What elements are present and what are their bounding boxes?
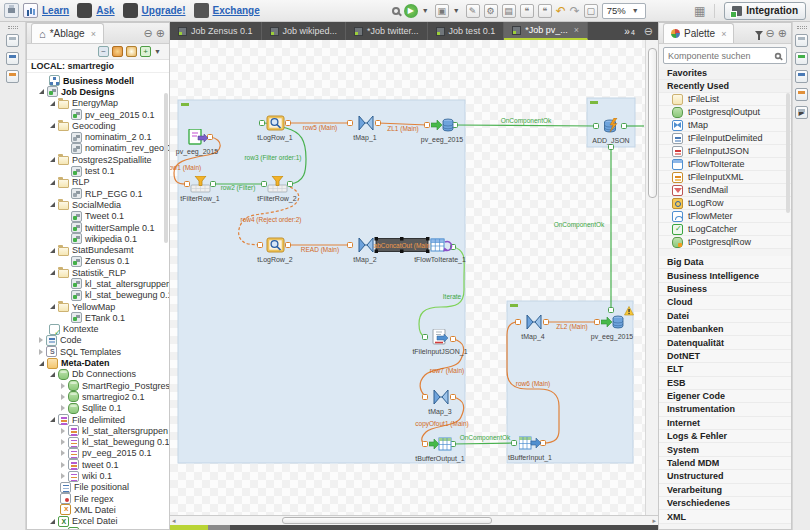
expander-icon[interactable] bbox=[50, 157, 55, 162]
run-caret-icon[interactable]: ▼ bbox=[422, 7, 429, 14]
editor-tab[interactable]: *Job twitter... bbox=[346, 22, 428, 40]
tree-item[interactable]: RLP bbox=[27, 177, 169, 188]
tree-item[interactable]: Business Modell bbox=[27, 75, 169, 86]
snippets-icon[interactable] bbox=[6, 70, 19, 83]
collapse-all-icon[interactable]: − bbox=[98, 46, 109, 57]
maximize-icon[interactable]: ⊕ bbox=[156, 27, 165, 40]
tab-repository[interactable]: ⌂ *Ablage × bbox=[31, 23, 104, 43]
tree-item[interactable]: nominatim_2 0.1 bbox=[27, 131, 169, 142]
editor-tab[interactable]: Job wikiped... bbox=[262, 22, 347, 40]
palette-category[interactable]: Verschiedenes bbox=[659, 497, 791, 510]
canvas-vertical-scrollbar[interactable] bbox=[645, 40, 658, 515]
add-icon[interactable]: + bbox=[140, 46, 151, 57]
tree-item[interactable]: twitterSample 0.1 bbox=[27, 222, 169, 233]
expander-icon[interactable] bbox=[39, 337, 43, 343]
zoom-select[interactable]: 75% ▼ bbox=[602, 3, 646, 19]
bottom-tab-accent[interactable] bbox=[170, 525, 208, 530]
maximize-icon[interactable]: ⊕ bbox=[778, 27, 787, 40]
palette-category[interactable]: Datenqualität bbox=[659, 336, 791, 349]
tree-item[interactable]: pv_eeg_2015 0.1 bbox=[27, 109, 169, 120]
tree-item[interactable]: kl_stat_altersgruppen 0 bbox=[27, 278, 169, 289]
tree-item[interactable]: smartregio2 0.1 bbox=[27, 391, 169, 402]
palette-category[interactable]: Business Intelligence bbox=[659, 269, 791, 282]
tree-item[interactable]: YellowMap bbox=[27, 301, 169, 312]
restore-view-icon[interactable] bbox=[6, 34, 19, 47]
tree-item[interactable]: XML Datei bbox=[27, 504, 169, 515]
sash-handle[interactable] bbox=[797, 26, 807, 29]
tree-item[interactable]: Geocoding bbox=[27, 120, 169, 131]
tree-item[interactable]: File positional bbox=[27, 482, 169, 493]
expander-icon[interactable] bbox=[50, 304, 55, 309]
expander-icon[interactable] bbox=[50, 372, 55, 377]
close-icon[interactable]: × bbox=[721, 29, 726, 39]
undo-icon[interactable]: ↶ bbox=[556, 4, 566, 18]
close-icon[interactable]: × bbox=[91, 29, 96, 39]
view-menu-icon[interactable]: ▼ bbox=[154, 48, 161, 55]
expander-icon[interactable] bbox=[61, 462, 65, 468]
contexts-view-icon[interactable] bbox=[795, 70, 808, 83]
sash-handle[interactable] bbox=[8, 26, 18, 29]
search-icon[interactable] bbox=[392, 7, 400, 15]
expander-icon[interactable] bbox=[50, 202, 55, 207]
palette-component[interactable]: tFlowMeter bbox=[659, 210, 791, 223]
palette-category[interactable]: System bbox=[659, 443, 791, 456]
component-icon[interactable]: ▣ bbox=[435, 4, 449, 18]
tree-item[interactable]: test 0.1 bbox=[27, 165, 169, 176]
palette-component[interactable]: tFileInputJSON bbox=[659, 145, 791, 158]
palette-category[interactable]: Unstructured bbox=[659, 470, 791, 483]
expander-icon[interactable] bbox=[50, 101, 55, 106]
editor-tab[interactable]: *Job pv_...× bbox=[504, 22, 588, 40]
palette-category[interactable]: Talend MDM bbox=[659, 457, 791, 470]
refresh-icon[interactable] bbox=[126, 46, 137, 57]
palette-section-favorites[interactable]: Favorites bbox=[659, 67, 791, 80]
palette-component[interactable]: tFileInputXML bbox=[659, 171, 791, 184]
palette-section-recently-used[interactable]: Recently Used bbox=[659, 80, 791, 93]
window-icon[interactable]: ▢ bbox=[584, 4, 598, 18]
open-perspective-icon[interactable]: ▦ bbox=[694, 4, 705, 18]
scroll-left-icon[interactable]: ◂ bbox=[172, 517, 176, 525]
tree-item[interactable]: RLP_EGG 0.1 bbox=[27, 188, 169, 199]
tree-item[interactable]: File regex bbox=[27, 493, 169, 504]
search-input[interactable] bbox=[668, 51, 771, 61]
tree-item[interactable]: ETank 0.1 bbox=[27, 312, 169, 323]
settings-icon[interactable] bbox=[112, 46, 123, 57]
expander-icon[interactable] bbox=[50, 180, 55, 185]
tree-item[interactable]: Kontexte bbox=[27, 324, 169, 335]
selected-link-label-box[interactable]: tabConcatOut (Main) bbox=[372, 237, 432, 253]
expander-icon[interactable] bbox=[50, 248, 55, 253]
palette-component[interactable]: tSendMail bbox=[659, 184, 791, 197]
tree-item[interactable]: File delimited bbox=[27, 414, 169, 425]
tree-item[interactable]: Code bbox=[27, 335, 169, 346]
palette-category[interactable]: Big Data bbox=[659, 256, 791, 269]
design-canvas[interactable]: tabConcatOut (Main) row1 (Main) row2 (Fi… bbox=[170, 40, 645, 515]
palette-category[interactable]: Instrumentation bbox=[659, 403, 791, 416]
tree-item[interactable]: SQL Templates bbox=[27, 346, 169, 357]
expander-icon[interactable] bbox=[61, 428, 65, 434]
expander-icon[interactable] bbox=[39, 361, 44, 366]
palette-scrollbar[interactable] bbox=[786, 93, 790, 213]
tree-item[interactable]: SmartRegio_Postgres 0 bbox=[27, 380, 169, 391]
tree-item[interactable]: kl_stat_bewegung 0.1 bbox=[27, 290, 169, 301]
expander-icon[interactable] bbox=[39, 349, 43, 355]
expander-icon[interactable] bbox=[61, 439, 65, 445]
upgrade-link[interactable]: Upgrade! bbox=[142, 5, 186, 16]
restore-view-icon[interactable] bbox=[795, 34, 808, 47]
subjob-collapse-icon[interactable] bbox=[510, 304, 518, 307]
upgrade-icon[interactable] bbox=[123, 3, 138, 18]
tree-item[interactable]: Excel Datei bbox=[27, 516, 169, 527]
bottom-tab-segment[interactable] bbox=[208, 525, 230, 530]
subjob-box-main[interactable] bbox=[178, 100, 465, 463]
expander-icon[interactable] bbox=[61, 405, 65, 411]
tree-item[interactable]: tweet 0.1 bbox=[27, 459, 169, 470]
exchange-link[interactable]: Exchange bbox=[213, 5, 260, 16]
palette-component[interactable]: tLogRow bbox=[659, 197, 791, 210]
tree-item[interactable]: Meta-Daten bbox=[27, 357, 169, 368]
palette-component[interactable]: tMap bbox=[659, 119, 791, 132]
feedback2-icon[interactable]: ❝ bbox=[538, 4, 552, 18]
filter-icon[interactable] bbox=[755, 31, 763, 36]
palette-search[interactable] bbox=[663, 47, 787, 64]
outline-icon[interactable] bbox=[6, 52, 19, 65]
tree-item[interactable]: ETankstellen 0.1 bbox=[27, 527, 169, 529]
redo-icon[interactable]: ↷ bbox=[570, 4, 580, 18]
run-icon[interactable]: ▶ bbox=[404, 4, 418, 18]
